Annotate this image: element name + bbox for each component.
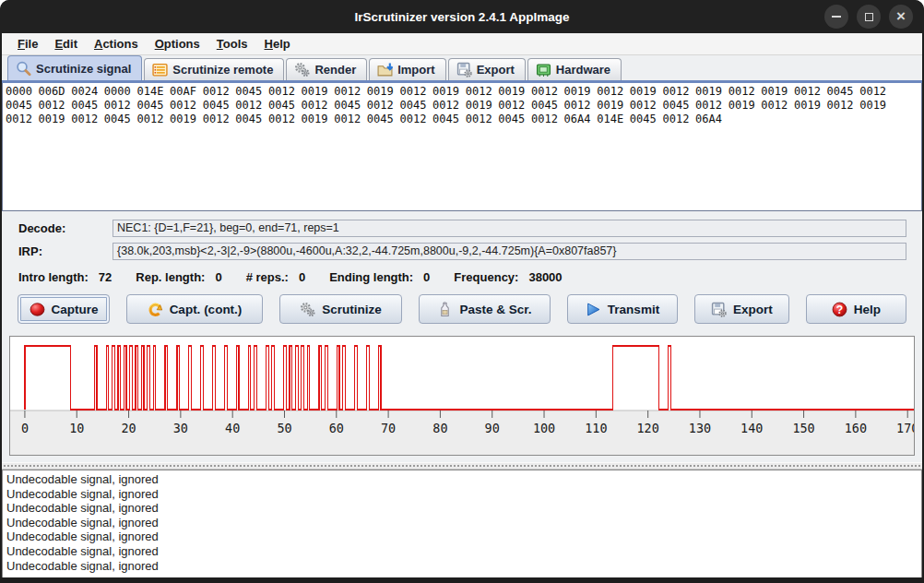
menu-help[interactable]: Help — [258, 35, 297, 53]
tab-label: Import — [397, 63, 434, 77]
decode-row: Decode: NEC1: {D=1,F=21}, beg=0, end=71,… — [18, 220, 906, 237]
console-line: Undecodable signal, ignored — [6, 544, 918, 559]
floppy-gear-icon — [456, 62, 472, 77]
svg-text:?: ? — [836, 303, 843, 315]
menu-options[interactable]: Options — [148, 35, 207, 53]
tab-label: Scrutinize signal — [36, 62, 131, 76]
svg-text:170: 170 — [896, 421, 914, 435]
tab-label: Export — [477, 63, 515, 77]
tab-bar: Scrutinize signal Scrutinize remote — [2, 55, 922, 83]
tab-label: Render — [314, 63, 356, 77]
tab-label: Scrutinize remote — [172, 63, 273, 77]
play-arrow-icon — [586, 302, 601, 317]
console-line: Undecodable signal, ignored — [6, 559, 918, 574]
intro-length-stat: Intro length:72 — [18, 270, 112, 284]
svg-text:70: 70 — [381, 421, 396, 435]
signal-plot-panel[interactable]: 0102030405060708090100110120130140150160… — [9, 336, 915, 456]
action-button-row: Capture Capt. (cont.) Scrutinize — [18, 294, 906, 324]
ending-length-stat: Ending length:0 — [329, 270, 430, 284]
svg-text:10: 10 — [69, 421, 84, 435]
minimize-icon — [832, 16, 841, 18]
rep-length-stat: Rep. length:0 — [136, 270, 221, 284]
close-icon: × — [896, 8, 906, 24]
svg-text:160: 160 — [845, 421, 867, 435]
tab-scrutinize-signal[interactable]: Scrutinize signal — [7, 55, 142, 80]
minimize-button[interactable] — [824, 5, 848, 29]
chip-icon — [536, 62, 551, 77]
splitter-handle[interactable] — [2, 462, 922, 470]
capture-continuous-button[interactable]: Capt. (cont.) — [126, 294, 263, 324]
export-button[interactable]: Export — [694, 294, 789, 324]
captured-signal-textarea[interactable]: 0000 006D 0024 0000 014E 00AF 0012 0045 … — [2, 83, 922, 211]
svg-text:140: 140 — [740, 421, 763, 435]
window-title: IrScrutinizer version 2.4.1 AppImage — [0, 10, 924, 24]
menubar: File Edit Actions Options Tools Help — [2, 33, 922, 55]
svg-text:20: 20 — [121, 421, 136, 435]
svg-text:150: 150 — [792, 421, 814, 435]
num-reps-stat: # reps.:0 — [246, 270, 305, 284]
svg-text:120: 120 — [637, 421, 659, 435]
console-line: Undecodable signal, ignored — [6, 472, 918, 487]
frequency-stat: Frequency:38000 — [454, 270, 562, 284]
menu-edit[interactable]: Edit — [48, 35, 84, 53]
irp-field[interactable]: {38.0k,203,msb}<2,-3|2,-9>(8800u,-4600u,… — [113, 243, 906, 260]
irp-label: IRP: — [18, 244, 113, 258]
svg-text:80: 80 — [432, 421, 447, 435]
console-line: Undecodable signal, ignored — [6, 487, 918, 502]
tab-export[interactable]: Export — [448, 58, 526, 80]
svg-text:50: 50 — [277, 421, 291, 435]
paste-and-scrutinize-button[interactable]: Paste & Scr. — [419, 294, 551, 324]
transmit-button[interactable]: Transmit — [567, 294, 678, 324]
import-folder-icon — [377, 62, 393, 77]
tab-hardware[interactable]: Hardware — [527, 58, 622, 80]
magnifier-icon — [16, 61, 31, 77]
decode-label: Decode: — [18, 221, 113, 235]
svg-text:90: 90 — [485, 421, 500, 435]
record-led-icon — [30, 302, 45, 317]
svg-text:0: 0 — [21, 421, 29, 435]
close-button[interactable]: × — [889, 5, 913, 29]
scrutinize-button[interactable]: Scrutinize — [279, 294, 402, 324]
svg-text:60: 60 — [329, 421, 344, 435]
titlebar[interactable]: IrScrutinizer version 2.4.1 AppImage × — [0, 0, 924, 33]
svg-text:100: 100 — [533, 421, 555, 435]
paste-icon — [437, 302, 453, 317]
menu-tools[interactable]: Tools — [210, 35, 255, 53]
help-button[interactable]: ? Help — [806, 294, 906, 324]
console-line: Undecodable signal, ignored — [6, 516, 918, 530]
gears-icon — [300, 302, 315, 317]
menu-actions[interactable]: Actions — [88, 35, 145, 53]
console-line: Undecodable signal, ignored — [6, 501, 918, 516]
remote-list-icon — [152, 62, 168, 77]
loop-arrow-icon — [148, 302, 163, 317]
maximize-icon — [865, 13, 873, 21]
capture-button[interactable]: Capture — [18, 294, 110, 324]
decode-field[interactable]: NEC1: {D=1,F=21}, beg=0, end=71, reps=1 — [113, 220, 906, 237]
gears-icon — [294, 62, 310, 77]
app-window: IrScrutinizer version 2.4.1 AppImage × F… — [0, 0, 924, 583]
signal-stats-row: Intro length:72 Rep. length:0 # reps.:0 … — [18, 268, 922, 286]
irp-row: IRP: {38.0k,203,msb}<2,-3|2,-9>(8800u,-4… — [18, 243, 906, 260]
svg-text:130: 130 — [689, 421, 711, 435]
console-line: Undecodable signal, ignored — [6, 529, 918, 544]
help-icon: ? — [832, 302, 847, 317]
tab-import[interactable]: Import — [369, 58, 445, 80]
svg-text:30: 30 — [173, 421, 188, 435]
console-log[interactable]: Undecodable signal, ignoredUndecodable s… — [2, 470, 922, 577]
waveform-chart[interactable]: 0102030405060708090100110120130140150160… — [10, 337, 914, 455]
svg-text:40: 40 — [225, 421, 240, 435]
svg-text:110: 110 — [585, 421, 607, 435]
window-controls: × — [824, 5, 913, 29]
floppy-gear-icon — [711, 302, 727, 317]
app-frame: File Edit Actions Options Tools Help Scr… — [2, 33, 922, 577]
tab-render[interactable]: Render — [286, 58, 367, 80]
maximize-button[interactable] — [857, 5, 881, 29]
menu-file[interactable]: File — [11, 35, 44, 53]
tab-label: Hardware — [556, 63, 610, 77]
tab-scrutinize-remote[interactable]: Scrutinize remote — [144, 58, 284, 80]
